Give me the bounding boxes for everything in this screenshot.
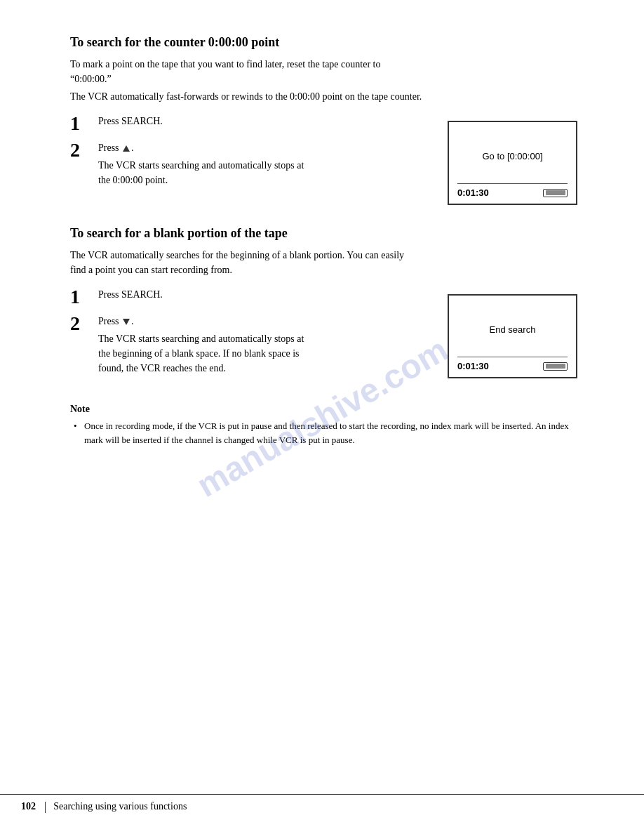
section1-step2-content: Press . The VCR starts searching and aut…: [98, 140, 434, 187]
section1-intro1: To mark a point on the tape that you wan…: [70, 57, 588, 86]
section2-step1: 1 Press SEARCH.: [70, 287, 434, 307]
vcr-screen-2: End search 0:01:30: [448, 294, 577, 378]
section2-steps: 1 Press SEARCH. 2 Press . The VCR starts…: [70, 280, 434, 383]
section-blank-search: To search for a blank portion of the tap…: [70, 226, 588, 383]
footer-page-number: 102: [21, 801, 36, 812]
section2-intro1: The VCR automatically searches for the b…: [70, 248, 588, 277]
arrow-up-icon: [123, 145, 130, 152]
section1-step2: 2 Press . The VCR starts searching and a…: [70, 140, 434, 187]
section1-step2-number: 2: [70, 140, 91, 160]
arrow-down-icon: [123, 319, 130, 325]
tape-icon-1: [543, 189, 568, 197]
vcr-screen-1: Go to [0:00:00] 0:01:30: [448, 121, 577, 205]
section2-title: To search for a blank portion of the tap…: [70, 226, 588, 241]
note-title: Note: [70, 404, 588, 415]
section1-screen: Go to [0:00:00] 0:01:30: [448, 121, 588, 205]
section2-steps-with-image: 1 Press SEARCH. 2 Press . The VCR starts…: [70, 280, 588, 383]
section2-step2-desc: The VCR starts searching and automatical…: [98, 331, 434, 376]
vcr-screen1-text: Go to [0:00:00]: [457, 129, 568, 183]
section-counter-search: To search for the counter 0:00:00 point …: [70, 35, 588, 205]
section1-steps-with-image: 1 Press SEARCH. 2 Press . The VCR starts…: [70, 107, 588, 205]
tape-inner-2: [546, 364, 565, 369]
footer-separator: |: [44, 800, 46, 813]
section1-step1-content: Press SEARCH.: [98, 114, 434, 128]
vcr-screen2-counter: 0:01:30: [457, 361, 489, 371]
vcr-screen2-text: End search: [457, 303, 568, 357]
section2-step2-number: 2: [70, 314, 91, 333]
section1-title: To search for the counter 0:00:00 point: [70, 35, 588, 50]
section1-step1-number: 1: [70, 114, 91, 133]
section1-step1: 1 Press SEARCH.: [70, 114, 434, 133]
section2-step1-number: 1: [70, 287, 91, 307]
footer-section-text: Searching using various functions: [53, 801, 187, 812]
note-section: Note Once in recording mode, if the VCR …: [70, 404, 588, 446]
section2-step1-content: Press SEARCH.: [98, 287, 434, 302]
note-item: Once in recording mode, if the VCR is pu…: [70, 419, 588, 446]
section2-step2-content: Press . The VCR starts searching and aut…: [98, 314, 434, 376]
manual-page: manualshive.com To search for the counte…: [0, 0, 644, 834]
section1-step2-desc: The VCR starts searching and automatical…: [98, 158, 434, 187]
page-footer: 102 | Searching using various functions: [0, 794, 644, 813]
vcr-screen1-counter-bar: 0:01:30: [457, 183, 568, 198]
section1-intro3: The VCR automatically fast-forwards or r…: [70, 89, 588, 104]
section2-screen: End search 0:01:30: [448, 294, 588, 378]
tape-icon-2: [543, 362, 568, 371]
vcr-screen2-counter-bar: 0:01:30: [457, 357, 568, 371]
section2-step2: 2 Press . The VCR starts searching and a…: [70, 314, 434, 376]
section1-steps: 1 Press SEARCH. 2 Press . The VCR starts…: [70, 107, 434, 194]
tape-inner-1: [546, 190, 565, 195]
vcr-screen1-counter: 0:01:30: [457, 187, 489, 198]
